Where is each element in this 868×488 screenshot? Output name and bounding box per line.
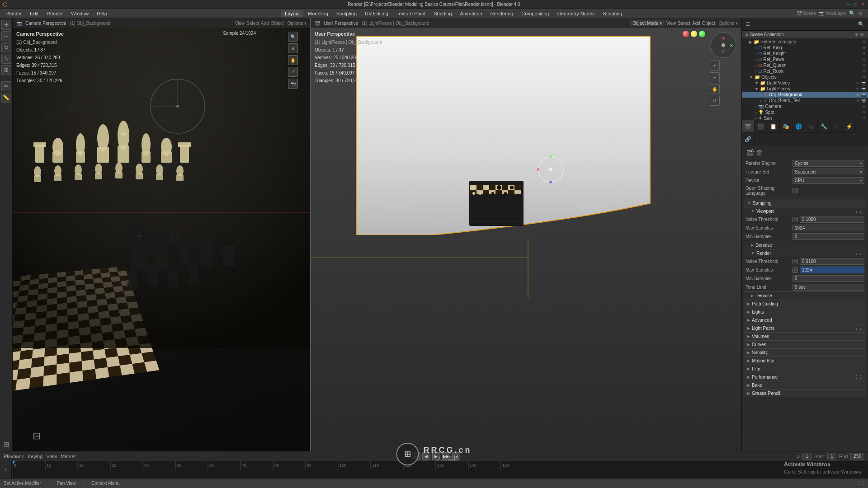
- camera-btn[interactable]: 📷: [288, 79, 298, 89]
- tool-scale[interactable]: ⤡: [1, 54, 11, 64]
- grease-pencil-section[interactable]: ▶ Grease Pencil: [744, 389, 866, 397]
- vis2-icon[interactable]: 👁: [856, 99, 860, 103]
- tool-measure[interactable]: 📏: [1, 93, 11, 103]
- jump-start-btn[interactable]: ⏮: [412, 452, 420, 460]
- options-icon[interactable]: ⋮⋮: [854, 209, 863, 214]
- tab-layout[interactable]: Layout: [281, 10, 303, 17]
- viewport-left[interactable]: 📷 Camera Perspective (1) Obj_Background …: [13, 18, 311, 451]
- tree-item-obj-board-tex[interactable]: ○ ▽ Obj_Board_Tex 👁 📷: [742, 98, 868, 103]
- options-icon-2[interactable]: ⋮⋮: [854, 251, 863, 256]
- tab-animation[interactable]: Animation: [457, 10, 486, 17]
- tool-annotate[interactable]: ✏: [1, 81, 11, 91]
- prop-tab-world[interactable]: 🌐: [793, 120, 805, 133]
- prop-tab-physics[interactable]: ⚡: [843, 120, 856, 133]
- menu-help[interactable]: Help: [93, 10, 111, 17]
- prop-tab-modifiers[interactable]: 🔧: [818, 120, 830, 133]
- visibility-icon[interactable]: 👁: [862, 57, 866, 62]
- denoise-vp-section[interactable]: ▶ Denoise: [744, 241, 866, 249]
- tree-item-lightpieces[interactable]: ▼ 📁 LightPieces 👁 📷: [742, 86, 868, 92]
- tree-item-spot[interactable]: ○ 💡 Spot 👁: [742, 109, 868, 115]
- tab-rendering[interactable]: Rendering: [487, 10, 517, 17]
- open-shading-checkbox[interactable]: [793, 188, 798, 193]
- prop-tab-view-layer[interactable]: 📋: [767, 120, 780, 133]
- right-orbit[interactable]: ↺: [710, 96, 720, 106]
- maximize-button[interactable]: □: [853, 1, 859, 8]
- search-icon[interactable]: 🔍: [849, 10, 855, 16]
- simplify-section[interactable]: ▶ Simplify: [744, 348, 866, 357]
- zoom-in-btn[interactable]: 🔍: [288, 32, 298, 42]
- next-frame-btn[interactable]: ▶▶: [442, 452, 450, 460]
- tab-sculpting[interactable]: Sculpting: [333, 10, 360, 17]
- right-object-mode[interactable]: Object Mode ▾: [630, 20, 664, 26]
- min-samples-vp-value[interactable]: 0: [793, 233, 864, 240]
- vis2-icon[interactable]: 👁: [856, 81, 860, 85]
- curves-section[interactable]: ▶ Curves: [744, 340, 866, 348]
- prop-tab-scene[interactable]: 🎭: [780, 120, 793, 133]
- render-icon[interactable]: 📷: [861, 81, 866, 85]
- tab-geometry-nodes[interactable]: Geometry Nodes: [553, 10, 598, 17]
- user-prefs-icon[interactable]: ⚙: [858, 10, 863, 16]
- noise-threshold-r-check[interactable]: ✓: [793, 259, 798, 264]
- start-frame-field[interactable]: 1: [827, 453, 836, 460]
- noise-threshold-r-value[interactable]: 0.0100: [800, 258, 864, 265]
- tree-item-camera[interactable]: ○ 📷 Camera 👁: [742, 103, 868, 109]
- prev-frame-btn[interactable]: ◀: [422, 452, 430, 460]
- path-guiding-section[interactable]: ▶ Path Guiding: [744, 300, 866, 308]
- vis2-icon[interactable]: 👁: [862, 116, 866, 121]
- timeline-marker[interactable]: Marker: [61, 454, 76, 459]
- right-add-menu[interactable]: Add: [692, 21, 700, 26]
- right-view-menu[interactable]: View: [666, 21, 676, 26]
- jump-end-btn[interactable]: ⏭: [452, 452, 460, 460]
- prop-tab-object[interactable]: ▽: [805, 120, 818, 133]
- visibility-icon[interactable]: 👁: [862, 63, 866, 68]
- timeline-view[interactable]: View: [46, 454, 57, 459]
- tree-item-ref-rook[interactable]: ○ ⊡ Ref_Rook 👁: [742, 68, 868, 74]
- tree-item-ref-knight[interactable]: ○ ⊡ Ref_Knight 👁: [742, 51, 868, 56]
- tab-uv-editing[interactable]: UV Editing: [361, 10, 392, 17]
- menu-edit[interactable]: Edit: [26, 10, 42, 17]
- visibility-icon[interactable]: 👁: [862, 46, 866, 50]
- tool-move[interactable]: ↔: [1, 31, 11, 41]
- max-samples-r-check[interactable]: ✓: [793, 267, 798, 273]
- feature-set-dropdown[interactable]: Supported ▾: [793, 169, 864, 175]
- max-samples-vp-value[interactable]: 1024: [793, 225, 864, 231]
- timeline-keying[interactable]: Keying: [28, 454, 43, 459]
- prop-tab-render[interactable]: 🎬: [742, 120, 755, 133]
- menu-window[interactable]: Window: [67, 10, 92, 17]
- tab-texture-paint[interactable]: Texture Paint: [393, 10, 429, 17]
- tree-item-ref-king[interactable]: ○ ⊡ Ref_King 👁: [742, 45, 868, 51]
- current-frame-field[interactable]: 1: [802, 453, 811, 460]
- left-viewport-options[interactable]: Options ▾: [288, 21, 307, 26]
- min-samples-r-value[interactable]: 0: [793, 275, 864, 282]
- search-properties[interactable]: 🔍: [856, 20, 866, 28]
- visibility-icon[interactable]: 👁: [862, 40, 866, 44]
- vis2-icon[interactable]: 👁: [856, 93, 860, 97]
- tree-item-darkpieces[interactable]: ▼ 📁 DarkPieces 👁 📷: [742, 80, 868, 86]
- noise-threshold-vp-check[interactable]: ✓: [793, 217, 798, 222]
- tool-rotate[interactable]: ↻: [1, 42, 11, 52]
- tool-mouse[interactable]: ⊞: [1, 439, 11, 449]
- vis2-icon[interactable]: 👁: [862, 104, 866, 109]
- minimize-button[interactable]: —: [845, 1, 852, 8]
- left-select-menu[interactable]: Select: [246, 21, 259, 26]
- performance-section[interactable]: ▶ Performance ⋮⋮: [744, 373, 866, 381]
- visibility-icon[interactable]: 👁: [862, 75, 866, 80]
- pan-btn[interactable]: ✋: [288, 55, 298, 65]
- tab-shading[interactable]: Shading: [430, 10, 455, 17]
- filter-icon[interactable]: ⊞: [854, 32, 858, 37]
- light-paths-section[interactable]: ▶ Light Paths ⋮⋮: [744, 324, 866, 332]
- noise-threshold-vp-value[interactable]: 0.1000: [800, 216, 864, 223]
- timeline-body[interactable]: 0 10 20 30 40 50 60 70 80 90 1: [0, 461, 868, 478]
- volumes-section[interactable]: ▶ Volumes: [744, 332, 866, 340]
- tool-cursor[interactable]: ✛: [1, 20, 11, 30]
- advanced-section[interactable]: ▶ Advanced: [744, 316, 866, 324]
- render-icon[interactable]: 📷: [861, 93, 866, 97]
- sampling-section[interactable]: ▼ Sampling: [744, 199, 866, 207]
- visibility-icon[interactable]: 👁: [862, 52, 866, 56]
- tree-item-obj-background[interactable]: ○ ▽ Obj_Background 👁 📷: [742, 92, 868, 98]
- view-icon[interactable]: 👁: [860, 32, 864, 37]
- menu-render[interactable]: Render: [2, 10, 25, 17]
- options-icon-lp[interactable]: ⋮⋮: [854, 326, 863, 331]
- right-zoom-out[interactable]: −: [710, 72, 720, 82]
- tree-item-sun[interactable]: ○ ☀ Sun 👁: [742, 115, 868, 120]
